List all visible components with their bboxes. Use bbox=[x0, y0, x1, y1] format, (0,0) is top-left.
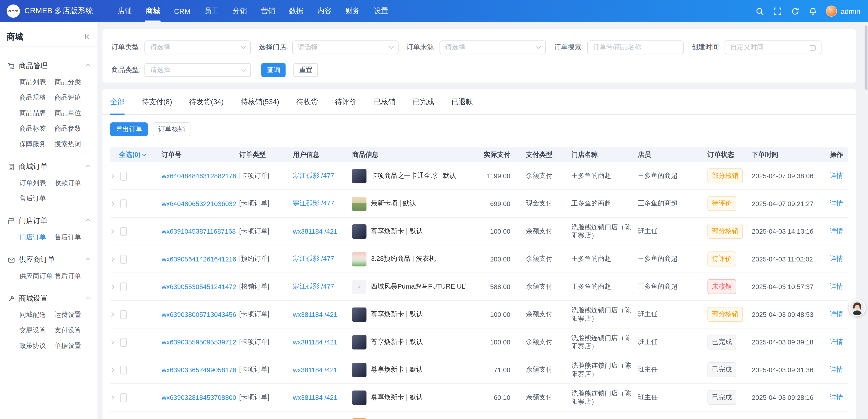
filter-control[interactable]: 请选择 bbox=[292, 40, 399, 54]
top-nav-item[interactable]: 财务 bbox=[339, 0, 366, 22]
user-link[interactable]: wx381184 /421 bbox=[293, 393, 337, 401]
expand-row-icon[interactable] bbox=[110, 284, 114, 289]
status-tab[interactable]: 待核销(534) bbox=[241, 89, 279, 114]
sidebar-item[interactable]: 商品单位 bbox=[55, 110, 90, 116]
user-link[interactable]: wx381184 /421 bbox=[293, 338, 337, 346]
search-icon[interactable] bbox=[755, 7, 764, 15]
status-tab[interactable]: 已核销 bbox=[374, 89, 396, 114]
sidebar-item[interactable]: 订单列表 bbox=[19, 179, 55, 186]
sidebar-collapse-icon[interactable] bbox=[84, 33, 91, 40]
sidebar-section-header[interactable]: 商城订单 bbox=[8, 162, 90, 172]
reset-button[interactable]: 重置 bbox=[294, 63, 318, 77]
detail-link[interactable]: 详情 bbox=[830, 393, 843, 401]
status-tab[interactable]: 已完成 bbox=[412, 89, 434, 114]
detail-link[interactable]: 详情 bbox=[830, 310, 843, 318]
row-checkbox[interactable] bbox=[120, 338, 127, 347]
service-avatar[interactable] bbox=[849, 299, 866, 316]
sidebar-item[interactable]: 保障服务 bbox=[19, 141, 55, 147]
filter-control[interactable]: 订单号/商品名称 bbox=[587, 40, 684, 54]
sidebar-item[interactable]: 售后订单 bbox=[55, 272, 90, 279]
row-checkbox[interactable] bbox=[120, 365, 127, 374]
order-no-link[interactable]: wx639055305451241472 bbox=[162, 283, 237, 291]
row-checkbox[interactable] bbox=[120, 393, 127, 402]
top-nav-item[interactable]: 商城 bbox=[139, 0, 167, 22]
detail-link[interactable]: 详情 bbox=[830, 200, 843, 207]
status-tab[interactable]: 待支付(8) bbox=[142, 89, 172, 114]
sidebar-item[interactable]: 收款订单 bbox=[55, 179, 90, 186]
top-nav-item[interactable]: 员工 bbox=[198, 0, 225, 22]
select-all-control[interactable]: 全选(0) bbox=[110, 150, 162, 159]
order-no-link[interactable]: wx639033657499058176 bbox=[162, 366, 237, 373]
sidebar-item[interactable]: 商品参数 bbox=[55, 125, 90, 132]
sidebar-section-header[interactable]: 供应商订单 bbox=[8, 255, 90, 265]
row-checkbox[interactable] bbox=[120, 199, 127, 208]
sidebar-section-header[interactable]: 门店订单 bbox=[8, 216, 90, 226]
row-checkbox[interactable] bbox=[120, 282, 127, 291]
scrollbar-thumb[interactable] bbox=[864, 26, 867, 90]
order-no-link[interactable]: wx639104538711687168 bbox=[162, 227, 236, 235]
sidebar-item[interactable]: 商品品牌 bbox=[19, 110, 55, 116]
sidebar-item[interactable]: 运费设置 bbox=[55, 311, 90, 318]
user-link[interactable]: 寒江孤影 /477 bbox=[293, 255, 334, 263]
expand-row-icon[interactable] bbox=[110, 367, 114, 372]
top-nav-item[interactable]: 数据 bbox=[282, 0, 310, 22]
refresh-icon[interactable] bbox=[791, 7, 799, 15]
row-checkbox[interactable] bbox=[120, 310, 127, 319]
order-no-link[interactable]: wx639032818453708800 bbox=[162, 393, 237, 401]
user-link[interactable]: 寒江孤影 /477 bbox=[293, 282, 334, 290]
top-nav-item[interactable]: 内容 bbox=[311, 0, 338, 22]
row-checkbox[interactable] bbox=[120, 227, 127, 236]
detail-link[interactable]: 详情 bbox=[830, 366, 843, 373]
sidebar-item[interactable]: 交易设置 bbox=[19, 327, 55, 333]
status-tab[interactable]: 待评价 bbox=[335, 89, 357, 114]
sidebar-item[interactable]: 门店订单 bbox=[19, 234, 55, 240]
sidebar-item[interactable]: 搜索热词 bbox=[55, 141, 90, 147]
expand-row-icon[interactable] bbox=[110, 312, 114, 317]
sidebar-section-header[interactable]: 商城设置 bbox=[8, 294, 90, 304]
row-checkbox[interactable] bbox=[120, 172, 127, 180]
sidebar-item[interactable]: 商品分类 bbox=[55, 79, 90, 85]
sidebar-item[interactable]: 商品标签 bbox=[19, 125, 55, 132]
expand-row-icon[interactable] bbox=[110, 340, 114, 345]
sidebar-item[interactable]: 商品列表 bbox=[19, 79, 55, 85]
row-checkbox[interactable] bbox=[120, 255, 127, 264]
sidebar-item[interactable]: 单据设置 bbox=[55, 342, 90, 349]
order-no-link[interactable]: wx639038005713043456 bbox=[162, 310, 237, 318]
order-no-link[interactable]: wx639035595095539712 bbox=[162, 338, 237, 346]
user-link[interactable]: wx381184 /421 bbox=[293, 227, 337, 235]
expand-row-icon[interactable] bbox=[110, 395, 114, 400]
sidebar-item[interactable]: 同城配送 bbox=[19, 311, 55, 318]
filter-control[interactable]: 请选择 bbox=[145, 40, 251, 54]
search-button[interactable]: 查询 bbox=[261, 63, 286, 77]
top-nav-item[interactable]: 店铺 bbox=[111, 0, 138, 22]
detail-link[interactable]: 详情 bbox=[830, 255, 843, 263]
user-link[interactable]: 寒江孤影 /477 bbox=[293, 172, 334, 179]
filter-control[interactable]: 请选择 bbox=[440, 40, 546, 54]
top-nav-item[interactable]: 设置 bbox=[367, 0, 395, 22]
user-avatar[interactable] bbox=[826, 5, 837, 17]
status-tab[interactable]: 待收货 bbox=[297, 89, 318, 114]
detail-link[interactable]: 详情 bbox=[830, 282, 843, 290]
user-link[interactable]: wx381184 /421 bbox=[293, 366, 337, 373]
expand-row-icon[interactable] bbox=[110, 257, 114, 262]
expand-row-icon[interactable] bbox=[110, 174, 114, 178]
status-tab[interactable]: 待发货(34) bbox=[189, 89, 224, 114]
user-link[interactable]: wx381184 /421 bbox=[293, 310, 337, 318]
bell-icon[interactable] bbox=[809, 7, 817, 15]
sidebar-item[interactable]: 商品规格 bbox=[19, 94, 55, 101]
expand-row-icon[interactable] bbox=[110, 229, 114, 234]
filter-control[interactable]: 请选择 bbox=[145, 63, 251, 77]
sidebar-section-header[interactable]: 商品管理 bbox=[8, 61, 90, 71]
top-nav-item[interactable]: 分销 bbox=[226, 0, 254, 22]
sidebar-item[interactable]: 商品评论 bbox=[55, 94, 90, 101]
status-tab[interactable]: 已退款 bbox=[451, 89, 473, 114]
detail-link[interactable]: 详情 bbox=[830, 227, 843, 235]
status-tab[interactable]: 全部 bbox=[110, 89, 125, 114]
sidebar-item[interactable]: 政策协议 bbox=[19, 342, 55, 349]
order-no-link[interactable]: wx639056414261641216 bbox=[162, 255, 237, 263]
sidebar-item[interactable]: 售后订单 bbox=[19, 195, 55, 202]
detail-link[interactable]: 详情 bbox=[830, 172, 843, 179]
sidebar-item[interactable]: 售后订单 bbox=[55, 234, 90, 240]
order-no-link[interactable]: wx640480653221036032 bbox=[162, 200, 237, 207]
filter-control[interactable]: 自定义时间 bbox=[725, 40, 822, 54]
